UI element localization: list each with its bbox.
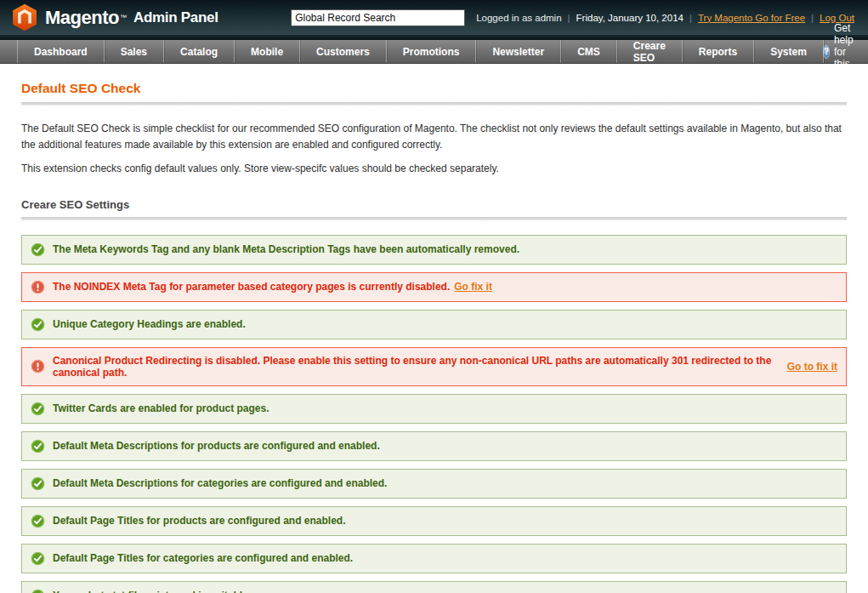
nav-item-creare-seo[interactable]: Creare SEO bbox=[617, 40, 683, 63]
status-text: Default Page Titles for products are con… bbox=[53, 515, 346, 527]
status-message: Unique Category Headings are enabled. bbox=[21, 310, 847, 339]
separator: | bbox=[568, 13, 570, 23]
status-text: Default Meta Descriptions for categories… bbox=[53, 477, 387, 489]
status-message: The NOINDEX Meta Tag for parameter based… bbox=[21, 272, 847, 302]
check-circle-icon bbox=[31, 551, 45, 566]
admin-header: Magento™ Admin Panel Logged in as admin … bbox=[0, 0, 868, 35]
get-help-label: Get help for this page bbox=[834, 22, 864, 82]
check-circle-icon bbox=[31, 476, 45, 491]
status-text: The NOINDEX Meta Tag for parameter based… bbox=[53, 281, 450, 293]
check-circle-icon bbox=[31, 514, 45, 528]
nav-item-newsletter[interactable]: Newsletter bbox=[476, 40, 561, 63]
help-question-icon: ? bbox=[824, 46, 829, 58]
title-divider bbox=[21, 102, 847, 105]
section-divider bbox=[21, 217, 847, 220]
status-message: The Meta Keywords Tag and any blank Meta… bbox=[21, 235, 847, 265]
status-text: Default Page Titles for categories are c… bbox=[53, 552, 353, 564]
status-text: The Meta Keywords Tag and any blank Meta… bbox=[53, 243, 519, 255]
status-message: Default Page Titles for categories are c… bbox=[21, 544, 847, 573]
nav-item-system[interactable]: System bbox=[754, 40, 824, 63]
status-text: Unique Category Headings are enabled. bbox=[53, 318, 246, 330]
status-message: Your robots.txt file exists and is writa… bbox=[21, 581, 847, 593]
status-text: Twitter Cards are enabled for product pa… bbox=[53, 402, 269, 414]
go-fix-link[interactable]: Go to fix it bbox=[787, 361, 837, 373]
separator: | bbox=[689, 13, 692, 23]
status-text: Default Meta Descriptions for products a… bbox=[53, 440, 380, 452]
intro-paragraph-2: This extension checks config default val… bbox=[21, 161, 847, 177]
nav-item-sales[interactable]: Sales bbox=[105, 40, 164, 63]
nav-item-mobile[interactable]: Mobile bbox=[235, 40, 300, 63]
page-title: Default SEO Check bbox=[21, 81, 847, 96]
logo-suffix: Admin Panel bbox=[133, 9, 218, 26]
get-help-link[interactable]: ? Get help for this page bbox=[824, 40, 868, 63]
check-circle-icon bbox=[31, 242, 45, 257]
nav-item-reports[interactable]: Reports bbox=[683, 40, 754, 63]
exclamation-circle-icon bbox=[31, 280, 45, 294]
status-message: Twitter Cards are enabled for product pa… bbox=[21, 394, 847, 424]
seo-check-list: The Meta Keywords Tag and any blank Meta… bbox=[21, 235, 847, 593]
magento-logo[interactable]: Magento™ Admin Panel bbox=[12, 3, 218, 31]
nav-item-cms[interactable]: CMS bbox=[561, 40, 617, 63]
header-date: Friday, January 10, 2014 bbox=[576, 13, 684, 23]
logo-text: Magento bbox=[45, 7, 119, 29]
check-circle-icon bbox=[31, 317, 45, 332]
go-fix-link[interactable]: Go fix it bbox=[454, 281, 492, 293]
status-message: Default Meta Descriptions for products a… bbox=[21, 431, 847, 461]
status-message: Default Meta Descriptions for categories… bbox=[21, 469, 847, 499]
nav-item-promotions[interactable]: Promotions bbox=[387, 40, 477, 63]
status-message: Canonical Product Redirecting is disable… bbox=[21, 347, 847, 386]
exclamation-circle-icon bbox=[31, 359, 45, 373]
intro-paragraph-1: The Default SEO Check is simple checklis… bbox=[21, 121, 847, 152]
header-right: Logged in as admin | Friday, January 10,… bbox=[476, 13, 854, 23]
check-circle-icon bbox=[31, 402, 45, 416]
status-text: Canonical Product Redirecting is disable… bbox=[53, 355, 783, 379]
nav-item-dashboard[interactable]: Dashboard bbox=[17, 40, 105, 63]
magento-logo-icon bbox=[12, 3, 37, 31]
nav-item-customers[interactable]: Customers bbox=[300, 40, 387, 63]
nav-item-catalog[interactable]: Catalog bbox=[164, 40, 235, 63]
logged-in-label: Logged in as admin bbox=[476, 13, 561, 23]
check-circle-icon bbox=[31, 439, 45, 453]
check-circle-icon bbox=[31, 589, 45, 593]
global-search-input[interactable] bbox=[291, 9, 465, 26]
section-title: Creare SEO Settings bbox=[21, 198, 847, 211]
separator: | bbox=[811, 13, 814, 23]
magento-go-link[interactable]: Try Magento Go for Free bbox=[698, 13, 805, 23]
logo-trademark: ™ bbox=[120, 14, 127, 21]
main-nav: Dashboard Sales Catalog Mobile Customers… bbox=[0, 40, 868, 64]
status-message: Default Page Titles for products are con… bbox=[21, 506, 847, 536]
status-text: Your robots.txt file exists and is writa… bbox=[53, 590, 251, 593]
page-content: Default SEO Check The Default SEO Check … bbox=[0, 64, 868, 593]
